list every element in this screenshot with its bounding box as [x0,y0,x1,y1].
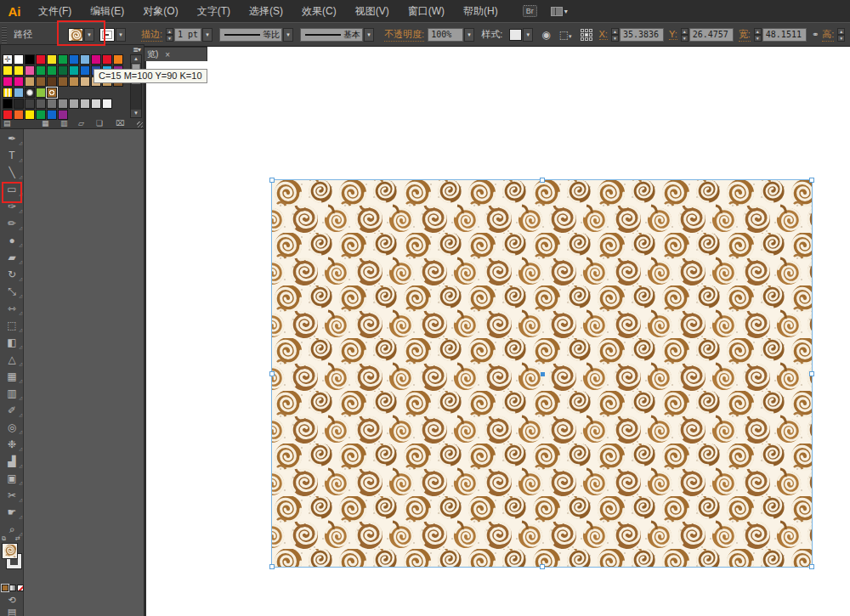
menu-item-2[interactable]: 对象(O) [133,0,187,22]
select-similar-icon[interactable]: ⬚▾ [559,29,572,41]
line-segment-tool[interactable]: ╲◿ [0,165,24,180]
selection-handle-1[interactable] [540,178,545,183]
fill-indicator[interactable] [3,544,17,558]
width-field[interactable]: 48.1511 [762,28,807,42]
reference-point-grid[interactable] [581,29,592,41]
swatch-4-1[interactable] [14,99,24,109]
swatch-0-8[interactable] [91,54,101,65]
shape-builder-tool[interactable]: ◧◿ [0,335,24,350]
swatch-4-4[interactable] [47,99,57,109]
delete-swatch-button[interactable]: ⌧ [116,118,124,128]
swatch-2-5[interactable] [58,76,68,87]
menu-item-7[interactable]: 窗口(W) [399,0,454,22]
swatch-0-9[interactable] [102,54,112,65]
document-tab-close-icon[interactable]: × [165,50,170,59]
swatch-3-0[interactable] [3,88,13,98]
stroke-weight-field[interactable]: 1 pt [174,28,201,42]
swatch-1-4[interactable] [47,65,57,76]
menu-item-1[interactable]: 编辑(E) [81,0,133,22]
symbol-sprayer-tool[interactable]: ❉◿ [0,437,24,452]
scroll-down-icon[interactable]: ▼ [131,110,141,117]
swatch-2-4[interactable] [47,76,57,87]
scroll-up-icon[interactable]: ▲ [131,55,141,63]
swatch-4-7[interactable] [80,99,90,109]
swatch-2-3[interactable] [36,76,46,87]
width-profile-dropdown[interactable]: ▾ [283,28,293,42]
menu-item-3[interactable]: 文字(T) [188,0,240,22]
eraser-tool[interactable]: ▰◿ [0,250,24,265]
drawing-modes-button[interactable]: ⟲ [0,595,24,606]
opacity-field[interactable]: 100% [428,28,463,42]
stroke-weight-dropdown[interactable]: ▾ [202,28,212,42]
column-graph-tool[interactable]: ▟◿ [0,454,24,469]
workspace-switcher-icon[interactable]: ▾ [551,7,568,16]
swatch-2-2[interactable] [25,76,35,87]
x-field[interactable]: 35.3836 [620,28,664,42]
stroke-weight-label[interactable]: 描边: [141,28,162,42]
swatch-4-0[interactable] [3,99,13,109]
swatch-1-1[interactable] [14,65,24,76]
swatch-3-2[interactable] [25,88,35,98]
gradient-button[interactable] [9,585,16,591]
new-swatch-button[interactable]: ❏ [96,118,103,128]
selection-center-point[interactable] [541,372,545,376]
selection-handle-6[interactable] [540,564,545,569]
height-stepper[interactable]: ▲▼ [837,28,845,42]
pencil-tool[interactable]: ✏◿ [0,216,24,231]
selection-handle-0[interactable] [269,178,275,183]
swatch-4-9[interactable] [102,99,112,109]
swatch-0-7[interactable] [80,54,90,65]
swatch-4-8[interactable] [91,99,101,109]
mesh-tool[interactable]: ▦◿ [0,369,24,384]
swatch-options-button[interactable]: ▥ [60,118,68,128]
swatch-2-1[interactable] [14,76,24,87]
swatch-2-0[interactable] [3,76,13,87]
menu-item-8[interactable]: 帮助(H) [454,0,507,22]
hand-tool[interactable]: ☛◿ [0,505,24,520]
blob-brush-tool[interactable]: ●◿ [0,233,24,248]
none-button[interactable] [17,585,24,591]
selection-handle-7[interactable] [809,564,814,569]
swatches-scrollbar[interactable]: ▲ ▼ [130,54,142,118]
menu-item-6[interactable]: 视图(V) [346,0,399,22]
stroke-weight-stepper[interactable]: ▲▼ [166,28,173,42]
style-swatch[interactable] [509,29,522,41]
swatch-4-2[interactable] [25,99,35,109]
control-bar-grip[interactable] [2,26,7,43]
constrain-proportions-icon[interactable]: ⚭ [812,30,819,39]
free-transform-tool[interactable]: ⬚◿ [0,318,24,333]
brush-definition-dropdown[interactable]: ▾ [364,28,374,42]
swatch-4-5[interactable] [58,99,68,109]
default-fill-stroke-icon[interactable]: ⧉ [2,535,6,542]
swatch-3-1[interactable] [14,88,24,98]
swatch-libraries-menu-button[interactable]: ▤ [3,118,11,128]
swatch-4-6[interactable] [69,99,79,109]
color-button[interactable] [2,585,8,591]
selection-handle-2[interactable] [809,178,814,183]
selection-handle-3[interactable] [269,371,275,376]
eyedropper-tool[interactable]: ✐◿ [0,403,24,418]
width-tool[interactable]: ⇿◿ [0,301,24,316]
scale-tool[interactable]: ⤡◿ [0,284,24,299]
width-profile-combo[interactable]: 等比 [219,28,282,42]
opacity-dropdown[interactable]: ▾ [464,28,474,42]
swatch-1-6[interactable] [69,65,79,76]
y-stepper[interactable]: ▲▼ [681,28,688,42]
recolor-artwork-icon[interactable]: ◉ [541,29,550,41]
swatch-0-10[interactable] [113,54,123,65]
document-tab[interactable]: 览) × [143,47,207,61]
width-stepper[interactable]: ▲▼ [754,28,762,42]
artboard-tool[interactable]: ▣◿ [0,471,24,486]
panel-resize-grip[interactable] [137,122,143,127]
show-swatch-kinds-button[interactable]: ▦ [42,118,49,128]
opacity-label[interactable]: 不透明度: [384,28,424,42]
bridge-icon[interactable]: Br [523,5,537,17]
x-stepper[interactable]: ▲▼ [611,28,619,42]
pen-tool[interactable]: ✒◿ [0,131,24,146]
swatch-0-4[interactable] [47,54,57,65]
swatch-1-3[interactable] [36,65,46,76]
slice-tool[interactable]: ✂◿ [0,488,24,503]
selection-handle-4[interactable] [809,371,814,376]
swatch-0-0[interactable]: ✛ [3,54,13,65]
style-dropdown[interactable]: ▾ [523,28,533,42]
